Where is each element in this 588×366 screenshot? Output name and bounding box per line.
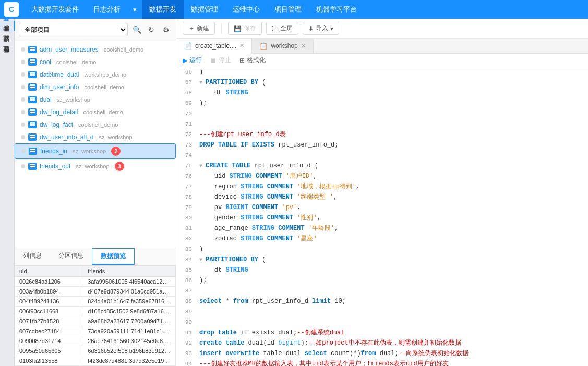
tab-preview[interactable]: 数据预览 (92, 248, 135, 265)
code-line: 87 (176, 286, 588, 297)
close-icon[interactable]: ✕ (301, 43, 306, 50)
left-panel: 全部项目 🔍 ↻ ⚙ adm_user_measures coolshell_d… (15, 19, 176, 366)
sidetab-function[interactable]: 函数管理 (0, 52, 15, 63)
line-content[interactable] (197, 307, 588, 318)
table-item[interactable]: dw_user_info_all_d sz_workshop (15, 131, 176, 143)
table-schema: coolshell_demo (104, 46, 143, 53)
line-content[interactable] (197, 318, 588, 328)
line-content[interactable] (197, 119, 588, 130)
sidetab-resource[interactable]: 资源管理 (0, 42, 15, 52)
table-item[interactable]: dw_log_fact coolshell_demo (15, 118, 176, 131)
search-icon-btn[interactable]: 🔍 (131, 24, 142, 35)
code-tab-create[interactable]: 📄 create_table.... ✕ (176, 39, 252, 54)
line-content[interactable]: ) (197, 67, 588, 78)
line-content[interactable] (197, 151, 588, 161)
line-content[interactable]: pv BIGINT COMMENT 'pv', (197, 203, 588, 213)
nav-ml[interactable]: 机器学习平台 (309, 0, 364, 19)
line-content[interactable]: insert overwrite table dual select count… (197, 349, 588, 359)
nav-datamgmt[interactable]: 数据管理 (184, 0, 225, 19)
code-line: 68 dt STRING (176, 88, 588, 99)
code-line: 85 dt STRING (176, 265, 588, 276)
line-content[interactable]: uid STRING COMMENT '用户ID', (197, 172, 588, 182)
nav-dropdown-arrow[interactable]: ▾ (128, 0, 142, 19)
format-button[interactable]: ⊞ 格式化 (239, 56, 266, 65)
nav-ops[interactable]: 运维中心 (225, 0, 267, 19)
close-icon[interactable]: ✕ (239, 42, 244, 49)
svg-rect-5 (30, 74, 35, 76)
expand-arrow-icon[interactable]: ▼ (199, 257, 206, 263)
nav-projmgmt[interactable]: 项目管理 (267, 0, 309, 19)
line-content[interactable]: region STRING COMMENT '地域，根据ip得到', (197, 182, 588, 192)
table-name: dw_log_detail (40, 108, 78, 116)
expand-arrow-icon[interactable]: ▼ (199, 80, 206, 86)
refresh-icon-btn[interactable]: ↻ (146, 24, 157, 35)
line-content[interactable]: ---创建好友推荐MR的数据输入表，其中uid表示某个用户；friends表示u… (197, 359, 588, 366)
table-row: 0095a50d656056d316b52ef508 b196b83e91240… (15, 346, 176, 356)
line-content[interactable]: DROP TABLE IF EXISTS rpt_user_info_d; (197, 140, 588, 151)
import-button[interactable]: ⬇ 导入 ▾ (303, 22, 339, 35)
code-tab-label: workshop (271, 42, 297, 50)
new-button[interactable]: ＋ 新建 (183, 22, 215, 35)
table-item[interactable]: adm_user_measures coolshell_demo (15, 43, 176, 56)
project-select[interactable]: 全部项目 (19, 23, 128, 36)
dot-icon (21, 135, 25, 139)
import-icon: ⬇ (308, 25, 314, 32)
line-content[interactable]: ); (197, 276, 588, 286)
dot-icon (21, 149, 26, 153)
line-content[interactable]: ▼ CREATE TABLE rpt_user_info_d ( (197, 161, 588, 172)
app-body: 任务开发 脚本开发 资源管理 函数管理 全部项目 🔍 ↻ ⚙ (0, 19, 588, 366)
nav-loganalysis[interactable]: 日志分析 (86, 0, 128, 19)
svg-rect-4 (30, 72, 35, 74)
side-tabs: 任务开发 脚本开发 资源管理 函数管理 (0, 19, 15, 366)
table-item[interactable]: cool coolshell_demo (15, 56, 176, 68)
line-number: 75 (176, 161, 197, 172)
sidetab-script[interactable]: 脚本开发 (0, 31, 15, 42)
nav-datadev[interactable]: 数据开发 (142, 0, 184, 19)
line-content[interactable]: ); (197, 99, 588, 109)
table-name: cool (40, 58, 51, 66)
table-item[interactable]: dim_user_info coolshell_demo (15, 81, 176, 93)
table-name: dw_user_info_all_d (40, 133, 93, 141)
dot-icon (21, 72, 25, 77)
line-content[interactable]: dt STRING (197, 88, 588, 99)
sidetab-task[interactable]: 任务开发 (0, 21, 15, 31)
line-content[interactable]: device STRING COMMENT '终端类型 ', (197, 192, 588, 203)
nav-bigdata[interactable]: 大数据开发套件 (24, 0, 86, 19)
tab-partitions[interactable]: 分区信息 (50, 248, 92, 265)
line-content[interactable]: ) (197, 245, 588, 255)
stop-button[interactable]: ⏹ 停止 (210, 56, 231, 65)
run-button[interactable]: ▶ 运行 (183, 56, 202, 65)
save-button[interactable]: 💾 保存 (228, 22, 262, 35)
table-item-friends-in[interactable]: friends_in sz_workshop 2 (15, 143, 176, 159)
fullscreen-button[interactable]: ⛶ 全屏 (266, 22, 298, 35)
line-content[interactable]: gender STRING COMMENT '性别', (197, 213, 588, 224)
line-content[interactable]: zodiac STRING COMMENT '星座' (197, 234, 588, 245)
code-line: 71 (176, 119, 588, 130)
badge-2: 2 (111, 147, 121, 156)
settings-icon-btn[interactable]: ⚙ (160, 24, 172, 35)
code-tab-workshop[interactable]: 📋 workshop ✕ (252, 39, 313, 53)
badge-3: 3 (115, 162, 124, 171)
line-content[interactable]: create table dual(id bigint);--如project中… (197, 338, 588, 349)
table-item[interactable]: dw_log_detail coolshell_demo (15, 106, 176, 118)
table-item[interactable]: dual sz_workshop (15, 93, 176, 106)
line-content[interactable]: ▼ PARTITIONED BY ( (197, 78, 588, 88)
line-number: 74 (176, 151, 197, 161)
code-editor[interactable]: 66)67▼ PARTITIONED BY (68 dt STRING69);7… (176, 67, 588, 366)
line-content[interactable]: age_range STRING COMMENT '年龄段', (197, 224, 588, 234)
code-line: 93insert overwrite table dual select cou… (176, 349, 588, 359)
dot-icon (21, 110, 25, 114)
line-content[interactable] (197, 286, 588, 297)
code-line: 92create table dual(id bigint);--如projec… (176, 338, 588, 349)
expand-arrow-icon[interactable]: ▼ (199, 163, 206, 169)
line-content[interactable]: ---创建rpt_user_info_d表 (197, 130, 588, 140)
table-icon (28, 96, 37, 103)
table-item[interactable]: datetime_dual workshop_demo (15, 68, 176, 81)
line-content[interactable]: select * from rpt_user_info_d limit 10; (197, 297, 588, 307)
line-content[interactable]: drop table if exists dual;--创建系统dual (197, 328, 588, 338)
line-content[interactable] (197, 109, 588, 119)
line-content[interactable]: dt STRING (197, 265, 588, 276)
tab-columns[interactable]: 列信息 (15, 248, 50, 265)
line-content[interactable]: ▼ PARTITIONED BY ( (197, 255, 588, 265)
table-item-friends-out[interactable]: friends_out sz_workshop 3 (15, 159, 176, 174)
